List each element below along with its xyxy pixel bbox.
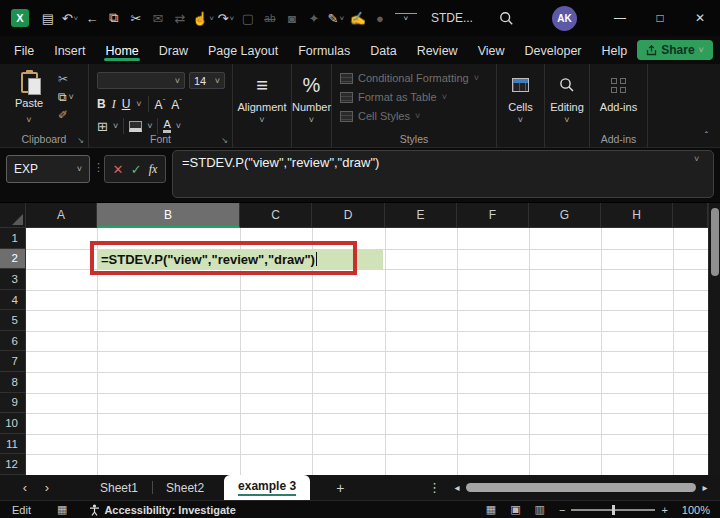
- row-header-4[interactable]: 4: [0, 290, 26, 311]
- column-header-blank[interactable]: [673, 203, 708, 228]
- sheet-tab-sheet1[interactable]: Sheet1: [86, 475, 152, 500]
- menu-tab-help[interactable]: Help: [592, 39, 638, 61]
- undo-icon[interactable]: ↶˅: [59, 6, 81, 30]
- ink-pen-icon[interactable]: ✎˅: [325, 6, 347, 30]
- chevron-down-icon[interactable]: ˅: [147, 121, 152, 131]
- editing-group-button[interactable]: Editing ˅: [545, 64, 590, 148]
- zoom-in-button[interactable]: +: [661, 504, 667, 516]
- insert-function-button[interactable]: fx: [149, 162, 158, 177]
- menu-tab-view[interactable]: View: [468, 39, 515, 61]
- save-icon[interactable]: ▤: [37, 6, 59, 30]
- row-header-6[interactable]: 6: [0, 331, 26, 352]
- font-color-button[interactable]: A: [163, 119, 170, 133]
- accessibility-status[interactable]: Accessibility: Investigate: [89, 504, 235, 516]
- sheet-options-icon[interactable]: ⋮: [428, 480, 441, 495]
- collapse-ribbon-icon[interactable]: ˆ: [705, 131, 708, 142]
- clipboard-dialog-launcher-icon[interactable]: ↘: [77, 136, 84, 145]
- vertical-scrollbar-thumb[interactable]: [711, 208, 719, 276]
- fill-color-icon[interactable]: [129, 121, 142, 132]
- menu-tab-page-layout[interactable]: Page Layout: [198, 39, 288, 61]
- new-document-icon[interactable]: ▢: [237, 6, 259, 30]
- font-dialog-launcher-icon[interactable]: ↘: [221, 136, 228, 145]
- menu-tab-file[interactable]: File: [4, 39, 44, 61]
- qat-overflow-icon[interactable]: ˅: [395, 13, 417, 23]
- certificate-icon[interactable]: ✦: [303, 6, 325, 30]
- cut-icon[interactable]: ✂: [125, 6, 147, 30]
- cut-button[interactable]: ✂: [58, 72, 68, 86]
- borders-button[interactable]: ⊞: [97, 119, 108, 134]
- excel-logo-icon[interactable]: X: [11, 9, 29, 27]
- zoom-percentage[interactable]: 100%: [682, 504, 710, 516]
- page-layout-view-icon[interactable]: ▣: [510, 503, 520, 516]
- alignment-group-button[interactable]: ≡ Alignment ˅: [233, 64, 292, 148]
- decrease-font-button[interactable]: Aˇ: [171, 97, 182, 112]
- cells-group-button[interactable]: Cells ˅: [497, 64, 545, 148]
- column-header-c[interactable]: C: [240, 203, 312, 228]
- menu-tab-data[interactable]: Data: [360, 39, 406, 61]
- next-sheet-button[interactable]: ›: [36, 480, 58, 495]
- row-header-9[interactable]: 9: [0, 393, 26, 414]
- account-avatar[interactable]: AK: [552, 6, 577, 31]
- enter-button[interactable]: ✓: [131, 162, 142, 177]
- sheet-tab-sheet2[interactable]: Sheet2: [152, 475, 218, 500]
- row-header-1[interactable]: 1: [0, 228, 26, 249]
- chevron-down-icon[interactable]: ˅: [113, 121, 118, 131]
- menu-tab-review[interactable]: Review: [407, 39, 468, 61]
- vertical-scrollbar[interactable]: [708, 203, 720, 476]
- chevron-down-icon[interactable]: ˅: [136, 99, 141, 109]
- menu-tab-draw[interactable]: Draw: [149, 39, 198, 61]
- cancel-button[interactable]: ✕: [113, 162, 124, 177]
- cell-styles-button[interactable]: Cell Styles˅: [340, 109, 479, 123]
- copy-icon[interactable]: ⧉: [103, 6, 125, 30]
- replace-icon[interactable]: ⇄: [169, 6, 191, 30]
- sheet-tab-example-3[interactable]: example 3: [224, 475, 310, 500]
- paste-button[interactable]: Paste ˅: [12, 72, 46, 127]
- scroll-left-icon[interactable]: ◂: [450, 482, 464, 493]
- menu-tab-formulas[interactable]: Formulas: [288, 39, 360, 61]
- format-as-table-button[interactable]: Format as Table˅: [340, 90, 479, 104]
- row-header-2[interactable]: 2: [0, 249, 26, 270]
- row-header-3[interactable]: 3: [0, 269, 26, 290]
- chevron-down-icon[interactable]: ˅: [176, 121, 181, 131]
- expand-formula-bar-icon[interactable]: ˅: [694, 154, 699, 164]
- row-header-12[interactable]: 12: [0, 454, 26, 475]
- menu-tab-insert[interactable]: Insert: [44, 39, 95, 61]
- column-header-g[interactable]: G: [529, 203, 601, 228]
- search-icon[interactable]: [499, 11, 514, 26]
- menu-tab-developer[interactable]: Developer: [515, 39, 592, 61]
- increase-font-button[interactable]: Aˆ: [155, 97, 166, 112]
- maximize-button[interactable]: □: [640, 0, 680, 36]
- bold-button[interactable]: B: [97, 97, 106, 111]
- new-sheet-button[interactable]: +: [336, 480, 344, 496]
- column-header-h[interactable]: H: [601, 203, 673, 228]
- horizontal-scrollbar[interactable]: ◂ ▸: [450, 479, 712, 496]
- underline-button[interactable]: U: [122, 97, 131, 111]
- italic-button[interactable]: I: [112, 97, 116, 112]
- conditional-formatting-button[interactable]: Conditional Formatting˅: [340, 71, 479, 85]
- number-group-button[interactable]: % Number ˅: [292, 64, 332, 148]
- copy-button[interactable]: ⧉˅: [58, 90, 74, 104]
- format-painter-button[interactable]: ✐: [58, 108, 68, 122]
- row-header-10[interactable]: 10: [0, 413, 26, 434]
- worksheet-grid[interactable]: ABCDEFGH 123456789101112 =STDEV.P("view"…: [0, 202, 720, 475]
- share-button[interactable]: Share ˅: [637, 40, 713, 60]
- row-header-8[interactable]: 8: [0, 372, 26, 393]
- font-size-combo[interactable]: 14˅: [189, 72, 225, 89]
- row-header-5[interactable]: 5: [0, 310, 26, 331]
- column-header-d[interactable]: D: [312, 203, 385, 228]
- person-lock-icon[interactable]: ✍: [347, 6, 369, 30]
- zoom-thumb[interactable]: [612, 505, 615, 515]
- addins-button[interactable]: Add-ins: [600, 101, 637, 113]
- normal-view-icon[interactable]: ▦: [486, 503, 496, 516]
- macro-record-icon[interactable]: ▦: [57, 503, 67, 516]
- select-all-corner[interactable]: [0, 203, 26, 228]
- previous-sheet-button[interactable]: ‹: [14, 480, 36, 495]
- close-button[interactable]: ✕: [680, 0, 720, 36]
- page-break-view-icon[interactable]: ▥: [535, 503, 545, 516]
- strikethrough-icon[interactable]: ab: [259, 6, 281, 30]
- menu-tab-home[interactable]: Home: [95, 39, 148, 61]
- zoom-track[interactable]: [571, 509, 655, 511]
- redo-icon[interactable]: ↷˅: [215, 6, 237, 30]
- minimize-button[interactable]: —: [600, 0, 640, 36]
- column-header-f[interactable]: F: [457, 203, 529, 228]
